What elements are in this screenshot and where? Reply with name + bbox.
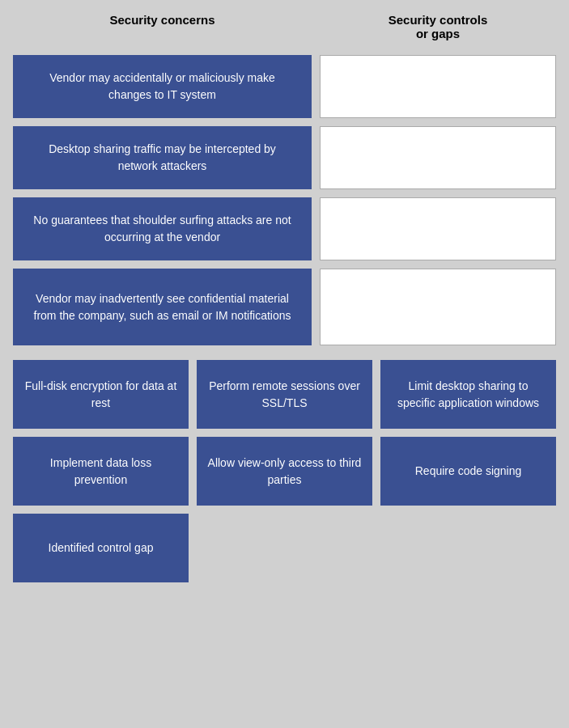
control-item-5: Allow view-only access to third parties bbox=[197, 437, 372, 506]
control-item-3: Limit desktop sharing to specific applic… bbox=[380, 360, 556, 429]
concern-4-text: Vendor may inadvertently see confidentia… bbox=[29, 290, 295, 324]
control-2-text: Perform remote sessions over SSL/TLS bbox=[206, 378, 363, 412]
control-item-4: Implement data loss prevention bbox=[13, 437, 189, 506]
control-4-text: Implement data loss prevention bbox=[23, 455, 179, 489]
bottom-controls-grid: Full-disk encryption for data at rest Pe… bbox=[13, 360, 556, 582]
header-concerns: Security concerns bbox=[13, 13, 312, 47]
concern-3-text: No guarantees that shoulder surfing atta… bbox=[29, 212, 295, 246]
control-6-text: Require code signing bbox=[415, 463, 522, 480]
top-section: Vendor may accidentally or maliciously m… bbox=[13, 55, 556, 345]
gap-box-4[interactable] bbox=[320, 269, 556, 345]
page-container: Security concerns Security controlsor ga… bbox=[0, 0, 569, 728]
control-item-2: Perform remote sessions over SSL/TLS bbox=[197, 360, 372, 429]
gap-box-2[interactable] bbox=[320, 126, 556, 189]
control-5-text: Allow view-only access to third parties bbox=[206, 455, 363, 489]
concern-1-text: Vendor may accidentally or maliciously m… bbox=[29, 70, 295, 104]
control-3-text: Limit desktop sharing to specific applic… bbox=[390, 378, 546, 412]
header-controls: Security controlsor gaps bbox=[312, 13, 556, 47]
concern-box-3: No guarantees that shoulder surfing atta… bbox=[13, 197, 312, 260]
concern-box-1: Vendor may accidentally or maliciously m… bbox=[13, 55, 312, 118]
control-item-6: Require code signing bbox=[380, 437, 556, 506]
concern-box-2: Desktop sharing traffic may be intercept… bbox=[13, 126, 312, 189]
control-item-1: Full-disk encryption for data at rest bbox=[13, 360, 189, 429]
control-7-text: Identified control gap bbox=[49, 540, 154, 557]
concern-2-text: Desktop sharing traffic may be intercept… bbox=[29, 141, 295, 175]
gap-box-1[interactable] bbox=[320, 55, 556, 118]
control-1-text: Full-disk encryption for data at rest bbox=[23, 378, 179, 412]
concerns-column: Vendor may accidentally or maliciously m… bbox=[13, 55, 312, 345]
gaps-column bbox=[312, 55, 556, 345]
gap-box-3[interactable] bbox=[320, 197, 556, 260]
concern-box-4: Vendor may inadvertently see confidentia… bbox=[13, 269, 312, 345]
header-area: Security concerns Security controlsor ga… bbox=[13, 13, 556, 47]
control-item-7: Identified control gap bbox=[13, 514, 189, 582]
